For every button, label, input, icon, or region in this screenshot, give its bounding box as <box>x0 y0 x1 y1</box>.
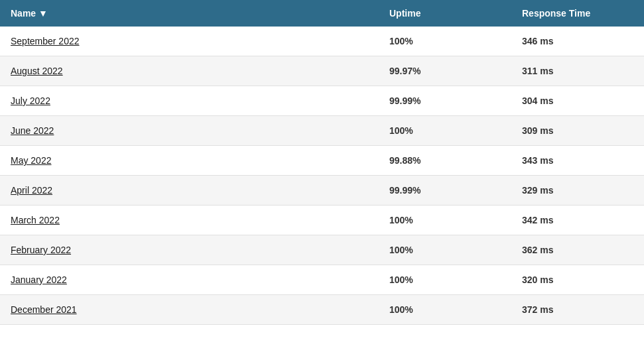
row-response-time-cell: 311 ms <box>511 56 644 86</box>
table-row: July 202299.99%304 ms <box>0 86 644 116</box>
table-row: June 2022100%309 ms <box>0 116 644 146</box>
row-uptime-cell: 100% <box>379 116 511 146</box>
row-uptime-cell: 99.88% <box>379 146 511 176</box>
row-response-time-cell: 346 ms <box>511 27 644 56</box>
table-row: January 2022100%320 ms <box>0 265 644 295</box>
row-uptime-cell: 99.99% <box>379 176 511 206</box>
table-row: September 2022100%346 ms <box>0 27 644 56</box>
row-name-link[interactable]: March 2022 <box>11 215 60 225</box>
column-header-uptime: Uptime <box>379 0 511 27</box>
row-uptime-cell: 99.99% <box>379 86 511 116</box>
row-response-time-cell: 343 ms <box>511 146 644 176</box>
row-name-link[interactable]: January 2022 <box>11 274 67 285</box>
row-name-link[interactable]: December 2021 <box>11 304 77 315</box>
row-name-cell: February 2022 <box>0 235 379 265</box>
row-uptime-cell: 99.97% <box>379 56 511 86</box>
table-row: February 2022100%362 ms <box>0 235 644 265</box>
row-name-cell: April 2022 <box>0 176 379 206</box>
row-response-time-cell: 309 ms <box>511 116 644 146</box>
table-row: August 202299.97%311 ms <box>0 56 644 86</box>
row-name-cell: September 2022 <box>0 27 379 56</box>
row-name-link[interactable]: May 2022 <box>11 155 51 166</box>
row-uptime-cell: 100% <box>379 27 511 56</box>
row-name-link[interactable]: August 2022 <box>11 66 63 76</box>
column-header-name: Name ▼ <box>0 0 379 27</box>
row-response-time-cell: 304 ms <box>511 86 644 116</box>
row-name-cell: June 2022 <box>0 116 379 146</box>
row-response-time-cell: 329 ms <box>511 176 644 206</box>
table-row: April 202299.99%329 ms <box>0 176 644 206</box>
table-header-row: Name ▼ Uptime Response Time <box>0 0 644 27</box>
row-response-time-cell: 320 ms <box>511 265 644 295</box>
row-response-time-cell: 372 ms <box>511 295 644 325</box>
row-name-link[interactable]: February 2022 <box>11 245 71 255</box>
table-row: December 2021100%372 ms <box>0 295 644 325</box>
row-name-link[interactable]: July 2022 <box>11 95 50 106</box>
row-uptime-cell: 100% <box>379 295 511 325</box>
row-name-link[interactable]: September 2022 <box>11 36 80 46</box>
row-name-link[interactable]: June 2022 <box>11 125 54 136</box>
row-uptime-cell: 100% <box>379 235 511 265</box>
table-row: March 2022100%342 ms <box>0 206 644 235</box>
column-header-response-time: Response Time <box>511 0 644 27</box>
row-response-time-cell: 342 ms <box>511 206 644 235</box>
row-response-time-cell: 362 ms <box>511 235 644 265</box>
row-uptime-cell: 100% <box>379 206 511 235</box>
row-uptime-cell: 100% <box>379 265 511 295</box>
row-name-cell: December 2021 <box>0 295 379 325</box>
row-name-link[interactable]: April 2022 <box>11 185 52 196</box>
table-row: May 202299.88%343 ms <box>0 146 644 176</box>
row-name-cell: January 2022 <box>0 265 379 295</box>
row-name-cell: March 2022 <box>0 206 379 235</box>
row-name-cell: August 2022 <box>0 56 379 86</box>
row-name-cell: July 2022 <box>0 86 379 116</box>
uptime-table: Name ▼ Uptime Response Time September 20… <box>0 0 644 325</box>
row-name-cell: May 2022 <box>0 146 379 176</box>
